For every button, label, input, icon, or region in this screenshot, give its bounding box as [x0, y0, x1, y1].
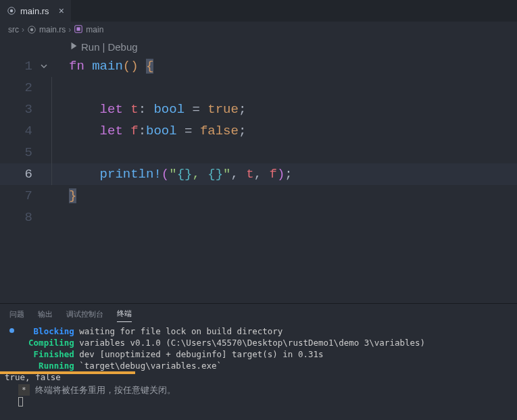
reuse-badge: *	[18, 384, 30, 396]
line-number: 2	[0, 77, 36, 99]
tab-debug-console[interactable]: 调试控制台	[66, 307, 103, 322]
svg-rect-5	[77, 27, 80, 30]
rust-icon	[27, 25, 36, 34]
line-number: 1	[0, 55, 36, 77]
tab-bar: main.rs ×	[0, 0, 517, 22]
line-number: 4	[0, 120, 36, 142]
breadcrumb-symbol[interactable]: main	[86, 25, 103, 34]
tab-label: main.rs	[20, 6, 49, 16]
svg-point-3	[30, 28, 33, 31]
line-number: 8	[0, 207, 36, 228]
breadcrumb-src[interactable]: src	[8, 25, 19, 34]
reuse-message: 终端将被任务重用，按任意键关闭。	[35, 384, 176, 396]
fold-icon[interactable]	[36, 55, 51, 77]
highlight-bar	[0, 371, 135, 374]
tab-problems[interactable]: 问题	[9, 307, 24, 322]
tab-main-rs[interactable]: main.rs ×	[0, 0, 71, 22]
code-line[interactable]: fn main() {	[69, 55, 153, 77]
terminal-cursor	[18, 397, 23, 406]
line-number: 7	[0, 185, 36, 207]
codelens: Run | Debug	[0, 38, 517, 55]
breadcrumb-file[interactable]: main.rs	[39, 25, 66, 34]
codelens-debug[interactable]: Debug	[107, 41, 137, 53]
code-editor[interactable]: 1 fn main() { 2 3 let t: bool = true; 4 …	[0, 55, 517, 228]
code-line[interactable]: let t: bool = true;	[69, 99, 246, 120]
svg-point-1	[10, 9, 13, 12]
close-icon[interactable]: ×	[59, 5, 64, 16]
chevron-right-icon: ›	[22, 25, 24, 34]
rust-icon	[7, 6, 16, 16]
code-line[interactable]: let f:bool = false;	[69, 120, 246, 142]
breadcrumbs[interactable]: src › main.rs › main	[0, 22, 517, 38]
panel-tabs: 问题 输出 调试控制台 终端	[0, 304, 517, 324]
line-number: 6	[0, 163, 36, 185]
chevron-right-icon: ›	[68, 25, 71, 34]
bottom-panel: 问题 输出 调试控制台 终端 Blocking waiting for file…	[0, 303, 517, 420]
play-icon[interactable]	[69, 41, 78, 53]
symbol-function-icon	[74, 24, 83, 36]
tab-output[interactable]: 输出	[38, 307, 53, 322]
tab-terminal[interactable]: 终端	[117, 306, 132, 322]
code-line[interactable]: println!("{}, {}", t, f);	[69, 163, 293, 185]
codelens-run[interactable]: Run	[81, 41, 100, 53]
terminal[interactable]: Blocking waiting for file lock on build …	[0, 324, 517, 409]
line-number: 3	[0, 99, 36, 120]
code-line[interactable]: }	[69, 185, 76, 207]
line-number: 5	[0, 142, 36, 163]
codelens-sep: |	[103, 41, 105, 53]
task-indicator-icon	[9, 328, 14, 333]
